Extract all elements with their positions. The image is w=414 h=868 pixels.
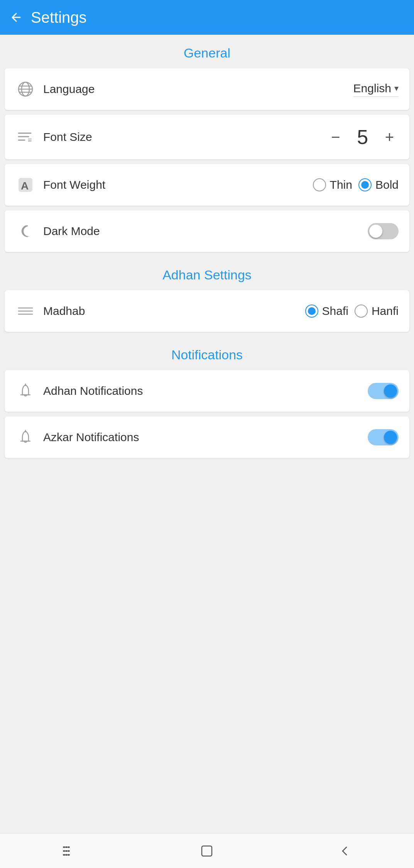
azkar-notifications-controls (368, 429, 399, 445)
madhab-row: Madhab Shafi Hanfi (5, 290, 409, 332)
nav-home-button[interactable] (191, 841, 223, 861)
bottom-navigation (0, 833, 414, 868)
madhab-hanfi-radio[interactable] (355, 305, 368, 318)
language-label: Language (43, 83, 120, 96)
bell-icon-adhan (15, 381, 35, 401)
madhab-icon (15, 301, 35, 321)
font-size-increase-button[interactable]: + (380, 128, 399, 146)
adhan-section-header: Adhan Settings (0, 257, 414, 290)
madhab-shafi-radio[interactable] (305, 305, 318, 318)
font-weight-card: A Font Weight Thin Bold (5, 164, 409, 206)
adhan-notifications-card: Adhan Notifications (5, 370, 409, 412)
home-square-icon (200, 844, 214, 858)
font-size-icon: ≡ (15, 127, 35, 147)
azkar-notifications-thumb (384, 431, 397, 444)
font-size-card: ≡ Font Size − 5 + (5, 115, 409, 159)
dark-mode-row: Dark Mode (5, 210, 409, 252)
font-size-controls: − 5 + (326, 125, 399, 149)
font-size-row: ≡ Font Size − 5 + (5, 115, 409, 159)
azkar-notifications-card: Azkar Notifications (5, 416, 409, 458)
font-weight-bold-option[interactable]: Bold (358, 178, 399, 191)
font-weight-bold-radio[interactable] (358, 178, 372, 191)
madhab-shafi-label: Shafi (322, 305, 348, 318)
azkar-notifications-row: Azkar Notifications (5, 416, 409, 458)
font-weight-thin-label: Thin (330, 178, 352, 191)
svg-text:A: A (21, 180, 29, 192)
moon-icon (15, 221, 35, 241)
app-header: Settings (0, 0, 414, 35)
madhab-hanfi-label: Hanfi (372, 305, 399, 318)
nav-back-button[interactable] (329, 841, 361, 861)
bell-icon-azkar (15, 427, 35, 447)
font-size-decrease-button[interactable]: − (326, 128, 345, 146)
nav-menu-button[interactable] (53, 841, 85, 861)
dark-mode-toggle[interactable] (368, 223, 399, 239)
dark-mode-thumb (369, 225, 382, 238)
language-value: English (353, 82, 391, 95)
madhab-controls: Shafi Hanfi (305, 305, 399, 318)
madhab-label: Madhab (43, 305, 120, 318)
language-row: Language English ▾ (5, 68, 409, 110)
language-card: Language English ▾ (5, 68, 409, 110)
font-weight-row: A Font Weight Thin Bold (5, 164, 409, 206)
svg-text:≡: ≡ (28, 136, 32, 144)
font-size-label: Font Size (43, 130, 120, 144)
language-controls: English ▾ (353, 82, 399, 97)
font-weight-icon: A (15, 175, 35, 195)
adhan-notifications-row: Adhan Notifications (5, 370, 409, 412)
dark-mode-controls (368, 223, 399, 239)
font-weight-controls: Thin Bold (313, 178, 399, 191)
madhab-hanfi-option[interactable]: Hanfi (355, 305, 399, 318)
svg-rect-25 (202, 846, 212, 856)
back-button[interactable] (9, 10, 23, 24)
madhab-shafi-option[interactable]: Shafi (305, 305, 348, 318)
chevron-down-icon: ▾ (394, 83, 399, 93)
general-section-header: General (0, 35, 414, 68)
menu-icon (62, 844, 76, 858)
font-weight-thin-radio[interactable] (313, 178, 326, 191)
adhan-notifications-thumb (384, 384, 397, 398)
font-weight-label: Font Weight (43, 178, 120, 191)
dark-mode-label: Dark Mode (43, 225, 120, 238)
font-weight-bold-label: Bold (375, 178, 399, 191)
adhan-notifications-toggle[interactable] (368, 383, 399, 399)
azkar-notifications-toggle[interactable] (368, 429, 399, 445)
dark-mode-card: Dark Mode (5, 210, 409, 252)
font-weight-thin-option[interactable]: Thin (313, 178, 352, 191)
madhab-card: Madhab Shafi Hanfi (5, 290, 409, 332)
page-title: Settings (31, 9, 87, 26)
content-area: General Language English ▾ (0, 35, 414, 868)
notifications-section-header: Notifications (0, 337, 414, 370)
font-size-value: 5 (351, 125, 374, 149)
adhan-notifications-label: Adhan Notifications (43, 384, 143, 398)
adhan-notifications-controls (368, 383, 399, 399)
globe-icon (15, 79, 35, 99)
azkar-notifications-label: Azkar Notifications (43, 431, 139, 444)
back-chevron-icon (338, 844, 352, 858)
language-dropdown[interactable]: English ▾ (353, 82, 399, 97)
